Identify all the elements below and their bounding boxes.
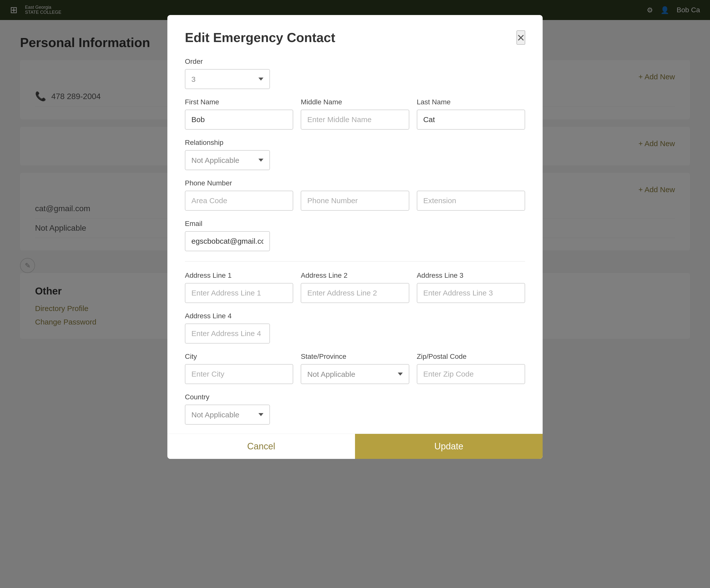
address-line4-input[interactable] — [185, 324, 270, 344]
middle-name-group: Middle Name — [301, 98, 409, 130]
phone-number-label: Phone Number — [185, 179, 525, 187]
phone-inputs — [185, 191, 525, 211]
last-name-input[interactable] — [417, 110, 525, 130]
email-field-group: Email — [185, 220, 525, 251]
address-line4-field-group: Address Line 4 — [185, 312, 525, 344]
zip-input[interactable] — [417, 364, 525, 384]
address-line1-group: Address Line 1 — [185, 272, 293, 303]
email-label: Email — [185, 220, 525, 228]
order-select[interactable]: 3 1 2 4 5 — [185, 69, 270, 89]
state-label: State/Province — [301, 353, 409, 360]
name-fields-group: First Name Middle Name Last Name — [185, 98, 525, 130]
middle-name-input[interactable] — [301, 110, 409, 130]
last-name-group: Last Name — [417, 98, 525, 130]
address-line3-group: Address Line 3 — [417, 272, 525, 303]
address-line1-input[interactable] — [185, 283, 293, 303]
order-field-group: Order 3 1 2 4 5 — [185, 57, 525, 89]
city-label: City — [185, 353, 293, 360]
relationship-field-group: Relationship Not Applicable Spouse Paren… — [185, 139, 525, 170]
modal-footer: Cancel Update — [167, 433, 543, 459]
relationship-select[interactable]: Not Applicable Spouse Parent Sibling Chi… — [185, 150, 270, 170]
modal-header: Edit Emergency Contact × — [185, 30, 525, 45]
modal-title: Edit Emergency Contact — [185, 30, 335, 45]
first-name-group: First Name — [185, 98, 293, 130]
zip-label: Zip/Postal Code — [417, 353, 525, 360]
address-line2-group: Address Line 2 — [301, 272, 409, 303]
address-line1-label: Address Line 1 — [185, 272, 293, 280]
relationship-label: Relationship — [185, 139, 525, 147]
phone-field-group: Phone Number — [185, 179, 525, 211]
update-button[interactable]: Update — [355, 434, 543, 459]
city-state-zip-group: City State/Province Not Applicable Georg… — [185, 353, 525, 384]
email-input[interactable] — [185, 231, 270, 251]
first-name-input[interactable] — [185, 110, 293, 130]
address-line3-input[interactable] — [417, 283, 525, 303]
zip-group: Zip/Postal Code — [417, 353, 525, 384]
order-label: Order — [185, 57, 525, 66]
close-modal-button[interactable]: × — [517, 30, 525, 45]
area-code-input[interactable] — [185, 191, 293, 211]
city-group: City — [185, 353, 293, 384]
last-name-label: Last Name — [417, 98, 525, 106]
middle-name-label: Middle Name — [301, 98, 409, 106]
modal-overlay: Edit Emergency Contact × Order 3 1 2 4 5… — [0, 0, 710, 588]
first-name-label: First Name — [185, 98, 293, 106]
phone-number-input[interactable] — [301, 191, 409, 211]
address-line2-input[interactable] — [301, 283, 409, 303]
edit-emergency-contact-modal: Edit Emergency Contact × Order 3 1 2 4 5… — [167, 15, 543, 459]
cancel-button[interactable]: Cancel — [167, 434, 355, 459]
address-line4-label: Address Line 4 — [185, 312, 525, 320]
address-line3-label: Address Line 3 — [417, 272, 525, 280]
state-group: State/Province Not Applicable Georgia Al… — [301, 353, 409, 384]
state-select[interactable]: Not Applicable Georgia Alabama Florida — [301, 364, 409, 384]
country-select[interactable]: Not Applicable United States Canada Mexi… — [185, 405, 270, 425]
country-label: Country — [185, 393, 525, 401]
country-field-group: Country Not Applicable United States Can… — [185, 393, 525, 425]
address-line2-label: Address Line 2 — [301, 272, 409, 280]
address-lines-1-3-group: Address Line 1 Address Line 2 Address Li… — [185, 272, 525, 303]
extension-input[interactable] — [417, 191, 525, 211]
city-input[interactable] — [185, 364, 293, 384]
